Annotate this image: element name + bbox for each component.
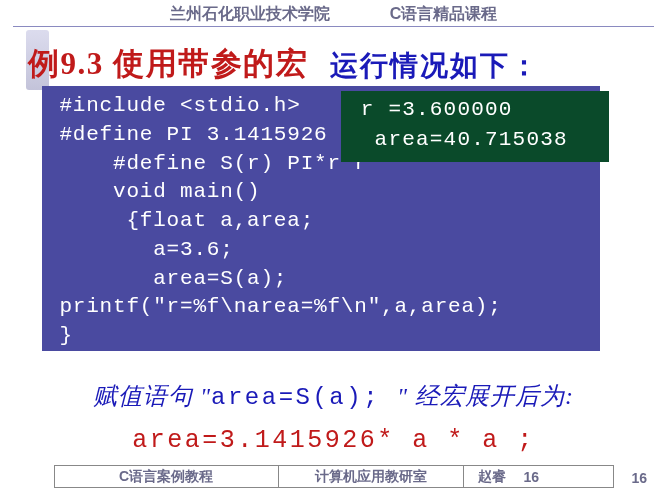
explanation-line2: area=3.1415926* a * a ; [0, 426, 667, 455]
footer-page-inline: 16 [524, 469, 540, 485]
header-underline [13, 26, 653, 27]
header-course: C语言精品课程 [390, 4, 498, 25]
header-school: 兰州石化职业技术学院 [170, 4, 330, 25]
footer-bar: C语言案例教程 计算机应用教研室 赵睿 16 [54, 465, 614, 488]
explanation-block: 赋值语句 "area=S(a); " 经宏展开后为: area=3.141592… [0, 380, 667, 455]
expl1-code: area=S(a); [211, 384, 397, 411]
runtime-title: 运行情况如下： [330, 47, 540, 85]
page-number-corner: 16 [631, 470, 647, 486]
example-title: 例9.3 使用带参的宏 [28, 43, 308, 85]
footer-author: 赵睿 [478, 468, 506, 486]
slide-header: 兰州石化职业技术学院 C语言精品课程 [0, 4, 667, 25]
expl1-prefix: 赋值语句 " [93, 383, 211, 409]
footer-author-cell: 赵睿 16 [464, 465, 614, 488]
footer-course-name: C语言案例教程 [54, 465, 279, 488]
slide-root: 兰州石化职业技术学院 C语言精品课程 例9.3 使用带参的宏 运行情况如下： #… [0, 0, 667, 500]
output-box: r =3.600000 area=40.715038 [341, 91, 609, 162]
expl1-suffix: " 经宏展开后为: [397, 383, 574, 409]
explanation-line1: 赋值语句 "area=S(a); " 经宏展开后为: [0, 380, 667, 412]
footer-department: 计算机应用教研室 [279, 465, 464, 488]
